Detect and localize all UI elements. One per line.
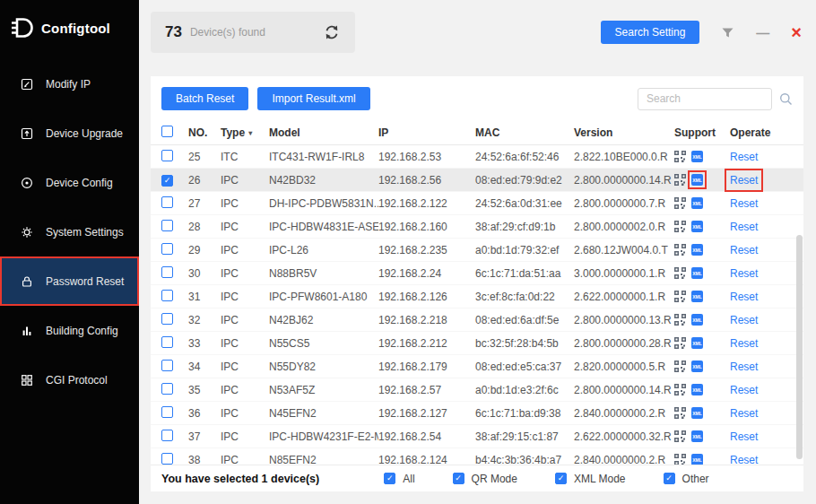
table-row[interactable]: 33 IPC N55CS5 192.168.2.212 bc:32:5f:28:… — [151, 332, 803, 355]
xml-file-icon[interactable]: XML — [691, 244, 703, 256]
filter-option-all[interactable]: All — [384, 473, 414, 485]
col-header-operate[interactable]: Operate — [730, 126, 784, 139]
all-checkbox[interactable] — [384, 473, 395, 484]
row-checkbox[interactable] — [161, 406, 173, 418]
table-row[interactable]: 37 IPC IPC-HDBW4231F-E2-M 192.168.2.54 3… — [151, 425, 803, 448]
col-header-no[interactable]: NO. — [188, 126, 221, 139]
filter-option-qr-mode[interactable]: QR Mode — [453, 473, 517, 485]
table-row[interactable]: 32 IPC N42BJ62 192.168.2.218 08:ed:ed:6a… — [151, 308, 803, 332]
table-row[interactable]: 35 IPC N53AF5Z 192.168.2.57 a0:bd:1d:e3:… — [151, 378, 803, 402]
row-checkbox[interactable] — [161, 266, 173, 278]
row-checkbox[interactable] — [161, 360, 173, 371]
search-icon[interactable] — [779, 92, 793, 106]
cell-mac: 08:ed:ed:79:9d:e2 — [475, 174, 574, 187]
xml-file-icon[interactable]: XML — [691, 151, 703, 162]
table-row[interactable]: 34 IPC N55DY82 192.168.2.179 08:ed:ed:e5… — [151, 355, 803, 378]
col-header-model[interactable]: Model — [269, 126, 378, 139]
table-row[interactable]: 29 IPC IPC-L26 192.168.2.235 a0:bd:1d:79… — [151, 239, 803, 262]
xml-file-icon[interactable]: XML — [691, 430, 703, 442]
filter-option-other[interactable]: Other — [664, 473, 709, 485]
table-row[interactable]: 31 IPC IPC-PFW8601-A180 192.168.2.126 3c… — [151, 285, 803, 308]
reset-link[interactable]: Reset — [730, 314, 758, 326]
reset-link[interactable]: Reset — [730, 454, 758, 465]
row-checkbox[interactable] — [161, 430, 173, 441]
col-header-type[interactable]: Type ▾ — [221, 126, 269, 139]
select-all-checkbox[interactable] — [161, 126, 173, 137]
reset-link[interactable]: Reset — [730, 244, 758, 256]
sidebar-item-password-reset[interactable]: Password Reset — [0, 256, 139, 306]
reset-link[interactable]: Reset — [730, 361, 758, 373]
cell-ip: 192.168.2.53 — [378, 151, 475, 163]
reset-link[interactable]: Reset — [730, 384, 758, 396]
table-row[interactable]: 28 IPC IPC-HDBW4831E-ASE 192.168.2.160 3… — [151, 215, 803, 239]
xml-file-icon[interactable]: XML — [691, 337, 703, 349]
row-checkbox[interactable] — [161, 290, 173, 301]
row-checkbox[interactable] — [161, 220, 173, 231]
table-row[interactable]: 26 IPC N42BD32 192.168.2.56 08:ed:ed:79:… — [151, 169, 803, 192]
type-filter-caret-icon[interactable]: ▾ — [248, 129, 252, 137]
table-row[interactable]: 25 ITC ITC431-RW1F-IRL8 192.168.2.53 24:… — [151, 145, 803, 169]
reset-link[interactable]: Reset — [730, 151, 758, 163]
qr-code-icon — [674, 151, 686, 162]
col-header-mac[interactable]: MAC — [475, 126, 574, 139]
table-row[interactable]: 38 IPC N85EFN2 192.168.2.124 b4:4c:3b:36… — [151, 448, 803, 465]
xml-mode-checkbox[interactable] — [555, 473, 567, 484]
row-checkbox[interactable] — [161, 336, 173, 348]
sidebar-item-system-settings[interactable]: System Settings — [0, 207, 139, 256]
xml-file-icon[interactable]: XML — [691, 454, 703, 465]
cell-no: 25 — [188, 151, 221, 163]
other-checkbox[interactable] — [664, 473, 675, 484]
batch-reset-button[interactable]: Batch Reset — [161, 87, 248, 110]
sidebar-item-building-config[interactable]: Building Config — [0, 306, 139, 355]
cell-mac: 24:52:6a:0d:31:ee — [475, 197, 574, 210]
xml-file-icon[interactable]: XML — [691, 361, 703, 372]
row-checkbox[interactable] — [161, 313, 173, 325]
reset-link[interactable]: Reset — [730, 407, 758, 420]
row-checkbox[interactable] — [161, 196, 173, 208]
reset-link[interactable]: Reset — [730, 337, 758, 350]
cell-version: 2.800.0000000.13.R — [574, 314, 674, 326]
xml-file-icon[interactable]: XML — [691, 291, 703, 302]
xml-file-icon[interactable]: XML — [691, 267, 703, 279]
row-checkbox[interactable] — [161, 150, 173, 161]
import-result-button[interactable]: Import Result.xml — [257, 87, 369, 110]
xml-file-icon[interactable]: XML — [691, 197, 703, 209]
xml-file-icon[interactable]: XML — [691, 384, 703, 395]
reset-link[interactable]: Reset — [730, 174, 758, 187]
table-row[interactable]: 30 IPC N88BR5V 192.168.2.24 6c:1c:71:da:… — [151, 262, 803, 285]
col-header-support[interactable]: Support — [674, 126, 730, 139]
row-checkbox[interactable] — [161, 453, 173, 465]
filter-option-xml-mode[interactable]: XML Mode — [555, 473, 626, 485]
xml-file-icon[interactable]: XML — [691, 174, 703, 186]
cell-no: 32 — [188, 314, 221, 326]
sidebar-item-modify-ip[interactable]: Modify IP — [0, 59, 139, 109]
sidebar-item-cgi-protocol[interactable]: CGI Protocol — [0, 355, 139, 404]
reset-link[interactable]: Reset — [730, 291, 758, 303]
table-scrollbar-thumb[interactable] — [796, 235, 803, 459]
reset-link[interactable]: Reset — [730, 197, 758, 210]
reset-link[interactable]: Reset — [730, 267, 758, 280]
table-row[interactable]: 27 IPC DH-IPC-PDBW5831N... 192.168.2.122… — [151, 192, 803, 215]
close-button[interactable]: × — [791, 23, 802, 41]
col-header-version[interactable]: Version — [574, 126, 674, 139]
row-checkbox[interactable] — [161, 243, 173, 255]
qr-mode-checkbox[interactable] — [453, 473, 464, 484]
sidebar-item-device-upgrade[interactable]: Device Upgrade — [0, 109, 139, 158]
col-header-ip[interactable]: IP — [378, 126, 475, 139]
xml-file-icon[interactable]: XML — [691, 314, 703, 326]
search-setting-button[interactable]: Search Setting — [601, 21, 700, 44]
filter-icon[interactable] — [721, 27, 734, 39]
reset-link[interactable]: Reset — [730, 221, 758, 233]
row-checkbox[interactable] — [161, 383, 173, 395]
search-input[interactable] — [638, 88, 772, 110]
sidebar-item-device-config[interactable]: Device Config — [0, 158, 139, 207]
row-checkbox[interactable] — [161, 175, 173, 187]
xml-file-icon[interactable]: XML — [691, 221, 703, 232]
cell-support: XML — [674, 454, 730, 465]
minimize-button[interactable]: — — [756, 25, 769, 40]
refresh-button[interactable] — [323, 23, 341, 41]
cell-support: XML — [674, 337, 730, 349]
xml-file-icon[interactable]: XML — [691, 407, 703, 419]
table-row[interactable]: 36 IPC N45EFN2 192.168.2.127 6c:1c:71:ba… — [151, 402, 803, 425]
reset-link[interactable]: Reset — [730, 430, 758, 443]
